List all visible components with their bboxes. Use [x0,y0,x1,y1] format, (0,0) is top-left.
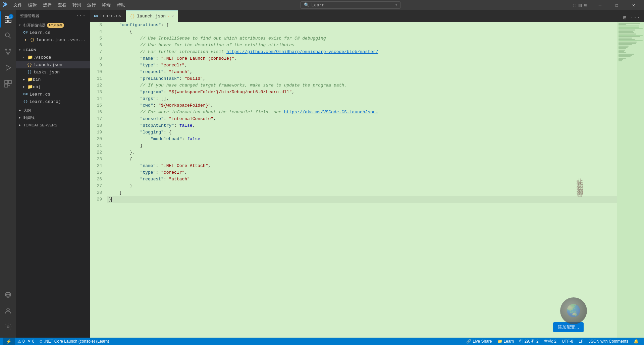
svg-rect-2 [5,20,7,22]
timeline-section[interactable]: ▶ 时间线 [16,114,90,121]
line-num-17: 17 [90,116,105,122]
vscode-folder[interactable]: ▾ 📁 .vscode [16,54,90,61]
layout-icon-2[interactable]: ▤ [579,2,581,8]
status-live-share[interactable]: 🔗 Live Share [464,338,494,345]
status-errors[interactable]: ⚠ 0 ✕ 0 [15,338,37,345]
status-notifications[interactable]: 🔔 [631,338,641,345]
open-editor-launch-json[interactable]: ● {} launch.json .vsc... [16,36,90,44]
close-tab-icon[interactable]: ✕ [171,14,174,19]
learn-cs-item[interactable]: C# Learn.cs [16,91,90,98]
learn-chevron: ▾ [19,48,23,52]
line-num-26: 26 [90,176,105,183]
line-num-27: 27 [90,183,105,189]
menu-select[interactable]: 选择 [40,1,54,9]
indent-text: 空格: 2 [544,339,556,344]
line-num-19: 19 [90,129,105,136]
split-editor-icon[interactable]: ⊞ [622,14,628,22]
live-share-label: Live Share [473,339,492,344]
search-box[interactable]: 🔍 Learn ▾ [300,1,401,9]
vscode-chevron: ▾ [23,55,27,59]
line-numbers: 3 4 5 6 7 8 9 10 11 12 13 14 15 16 17 18… [90,22,107,338]
layout-icon-3[interactable]: ⊞ [584,2,587,8]
code-line-13: "program": "${workspaceFolder}/bin/Debug… [107,89,617,96]
status-cursor-position[interactable]: 行 29, 列 2 [517,338,541,345]
activity-remote-explorer[interactable] [0,287,16,303]
bin-folder[interactable]: ▶ 📁 bin [16,76,90,83]
launch-json-item[interactable]: {} launch.json [16,61,90,68]
outline-section[interactable]: ▶ 大纲 [16,107,90,114]
status-learn-remote[interactable]: 📁 Learn [495,338,517,345]
status-indent[interactable]: 空格: 2 [541,338,559,345]
tab-learn-cs[interactable]: C# Learn.cs [90,10,126,22]
search-icon: 🔍 [304,2,309,8]
code-line-23: { [107,156,617,163]
line-num-13: 13 [90,89,105,96]
open-editor-learn-cs-label: Learn.cs [30,30,90,35]
close-button[interactable]: ✕ [626,0,641,10]
maximize-button[interactable]: ❐ [609,0,625,10]
code-area[interactable]: "configurations": [ { // Use IntelliSens… [107,22,617,338]
menu-goto[interactable]: 转到 [70,1,84,9]
tomcat-section[interactable]: ▶ TOMCAT SERVERS [16,121,90,129]
activity-source-control[interactable] [0,44,16,60]
code-line-3: "configurations": [ [107,22,617,28]
open-editors-header[interactable]: ▾ 打开的编辑器 1个未保存 [16,21,90,29]
activity-explorer[interactable]: 1 [0,11,16,27]
status-line-endings[interactable]: LF [576,338,586,345]
add-config-button[interactable]: 添加配置... [553,322,584,332]
code-line-26: "request": "attach" [107,176,617,183]
menu-edit[interactable]: 编辑 [25,1,40,9]
obj-folder[interactable]: ▶ 📁 obj [16,83,90,91]
line-num-14: 14 [90,96,105,102]
learn-section: ▾ LEARN ▾ 📁 .vscode {} launch.json {} ta… [16,45,90,107]
tasks-json-label: tasks.json [34,70,90,75]
activity-account[interactable] [0,303,16,319]
obj-folder-label: obj [33,84,90,90]
code-line-15: "cwd": "${workspaceFolder}", [107,102,617,109]
menu-view[interactable]: 查看 [55,1,69,9]
svg-marker-9 [6,65,11,70]
code-line-5: // Use IntelliSense to find out which at… [107,35,617,42]
learn-cs-icon: C# [23,92,28,97]
learn-section-header[interactable]: ▾ LEARN [16,46,90,54]
unsaved-badge: 1个未保存 [47,23,64,28]
tasks-json-item[interactable]: {} tasks.json [16,68,90,76]
encoding-text: UTF-8 [562,339,573,344]
menu-run[interactable]: 运行 [85,1,99,9]
open-editor-learn-cs[interactable]: C# Learn.cs [16,29,90,36]
svg-point-15 [7,326,9,328]
activity-extensions[interactable] [0,76,16,92]
launch-json-tab-label: launch.json [137,14,166,19]
status-debug[interactable]: ⬡ .NET Core Launch (console) (Learn) [37,338,112,345]
code-line-27: } [107,183,617,189]
more-actions-icon[interactable]: ··· [629,14,641,21]
live-share-icon: 🔗 [466,339,471,344]
code-line-17: "console": "internalConsole", [107,116,617,122]
menu-file[interactable]: 文件 [11,1,25,9]
fish-decoration: 🌏 [560,297,587,324]
status-language-mode[interactable]: JSON with Comments [586,338,631,345]
line-num-29: 29 [90,196,105,203]
line-num-21: 21 [90,142,105,149]
learn-csproj-item[interactable]: {} Learn.csproj [16,98,90,105]
status-remote[interactable]: ⚡ [3,338,15,345]
explorer-badge: 1 [9,14,13,19]
activity-settings[interactable] [0,319,16,335]
layout-icon-1[interactable]: ⬚ [573,2,576,8]
tab-launch-json[interactable]: {} launch.json ● ✕ [126,10,178,22]
activity-run-debug[interactable] [0,60,16,76]
status-encoding[interactable]: UTF-8 [559,338,576,345]
json-file-icon: {} [30,37,35,43]
explorer-dots[interactable]: ··· [76,13,86,19]
activity-search[interactable] [0,27,16,44]
code-line-18: "stopAtEntry": false, [107,122,617,129]
warning-count: 0 [32,339,35,344]
menu-terminal[interactable]: 终端 [99,1,113,9]
warning-icon: ✕ [28,339,31,344]
minimize-button[interactable]: — [592,0,608,10]
code-line-19: "logging": { [107,129,617,136]
search-chevron-icon: ▾ [395,3,397,7]
tomcat-chevron: ▶ [19,123,23,127]
tomcat-label: TOMCAT SERVERS [23,123,57,127]
menu-help[interactable]: 帮助 [114,1,128,9]
